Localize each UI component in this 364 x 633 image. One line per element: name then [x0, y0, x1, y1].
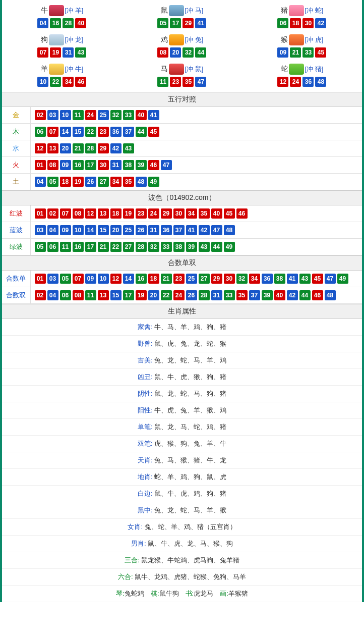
number-chip: 18	[60, 177, 71, 187]
table-row: 火 0108091617303138394647	[2, 157, 362, 174]
zodiac-conflict: [冲 牛]	[65, 65, 84, 74]
number-chip: 22	[85, 127, 96, 137]
number-chip: 35	[183, 77, 194, 87]
number-chip: 45	[224, 208, 235, 219]
number-chip: 46	[312, 290, 323, 300]
heshu-table: 合数单 010305070910121416182123252729303234…	[2, 271, 362, 304]
number-chip: 49	[148, 177, 159, 187]
zodiac-cell: 鼠 [冲 马] 05172941	[122, 2, 242, 31]
number-chip: 26	[136, 225, 147, 235]
number-chip: 05	[47, 177, 58, 187]
attr-row: 白边: 鼠、牛、虎、鸡、狗、猪	[2, 486, 362, 502]
number-chip: 14	[60, 127, 71, 137]
number-chip: 41	[195, 18, 206, 28]
number-chip: 37	[249, 290, 260, 300]
number-chip: 23	[136, 208, 147, 219]
row-label: 木	[2, 124, 30, 140]
number-chip: 11	[157, 77, 168, 87]
zodiac-cell: 猴 [冲 虎] 09213345	[242, 31, 362, 61]
number-chip: 23	[173, 274, 185, 284]
number-chip: 47	[211, 225, 222, 235]
number-chip: 48	[136, 177, 147, 187]
attr-value: 鼠龙猴、牛蛇鸡、虎马狗、兔羊猪	[141, 556, 239, 564]
table-row: 金 02031011242532334041	[2, 107, 362, 124]
attr-row: 男肖: 鼠、牛、虎、龙、马、猴、狗	[2, 536, 362, 552]
number-chip: 42	[315, 18, 326, 28]
number-chip: 06	[60, 290, 71, 300]
number-chip: 11	[73, 110, 84, 120]
attr-row: 女肖: 兔、蛇、羊、鸡、猪（五宫肖）	[2, 519, 362, 536]
number-chip: 40	[75, 18, 86, 28]
number-chip: 46	[236, 208, 248, 219]
number-chip: 31	[63, 47, 74, 58]
zodiac-name: 猪	[281, 6, 288, 15]
number-chip: 12	[85, 208, 96, 219]
number-chip: 18	[148, 274, 159, 284]
number-chip: 12	[35, 143, 46, 153]
number-chip: 09	[277, 47, 288, 58]
number-chip: 19	[123, 208, 134, 219]
number-chip: 29	[211, 274, 222, 284]
number-chip: 18	[110, 208, 122, 219]
number-chip: 09	[85, 274, 96, 284]
zodiac-name: 鸡	[161, 35, 168, 44]
number-chip: 07	[47, 127, 58, 137]
attr-key: 吉美:	[138, 356, 153, 364]
zodiac-conflict: [冲 兔]	[185, 35, 204, 44]
row-label: 火	[2, 157, 30, 174]
attr-row: 六合: 鼠牛、龙鸡、虎猪、蛇猴、兔狗、马羊	[2, 569, 362, 586]
number-chip: 17	[85, 160, 96, 170]
number-chip: 24	[173, 290, 185, 300]
number-chip: 23	[98, 127, 109, 137]
number-chip: 02	[35, 110, 46, 120]
number-chip: 16	[73, 242, 84, 252]
number-chip: 27	[123, 242, 134, 252]
attr-row: 野兽: 鼠、虎、兔、龙、蛇、猴	[2, 336, 362, 352]
number-chip: 17	[85, 242, 96, 252]
number-chip: 19	[73, 177, 84, 187]
number-chip: 30	[224, 274, 235, 284]
number-chip: 34	[63, 77, 74, 87]
zodiac-icon	[289, 34, 304, 45]
number-chip: 44	[195, 47, 206, 58]
number-chip: 20	[170, 47, 181, 58]
number-chip: 11	[60, 242, 71, 252]
number-chip: 26	[186, 290, 197, 300]
number-chip: 10	[98, 274, 109, 284]
number-chip: 21	[290, 47, 301, 58]
table-row: 水 1213202128294243	[2, 140, 362, 157]
number-chip: 22	[50, 77, 61, 87]
number-chip: 22	[161, 290, 172, 300]
number-chip: 48	[224, 225, 235, 235]
table-row: 合数单 010305070910121416182123252729303234…	[2, 271, 362, 287]
number-chip: 06	[35, 127, 46, 137]
number-chip: 21	[73, 143, 84, 153]
zodiac-conflict: [冲 马]	[185, 6, 204, 15]
number-chip: 28	[85, 143, 96, 153]
row-label: 土	[2, 174, 30, 190]
number-chip: 47	[195, 77, 206, 87]
number-chip: 33	[123, 110, 134, 120]
number-chip: 27	[98, 177, 109, 187]
zodiac-conflict: [冲 猪]	[305, 65, 324, 74]
zodiac-icon	[49, 64, 64, 75]
attr-key: 女肖:	[128, 523, 143, 531]
number-chip: 37	[173, 225, 185, 235]
number-chip: 36	[161, 225, 172, 235]
number-chip: 24	[148, 208, 159, 219]
number-chip: 16	[136, 274, 147, 284]
number-chip: 41	[287, 274, 298, 284]
number-chip: 41	[186, 225, 197, 235]
number-chip: 33	[302, 47, 314, 58]
number-chip: 12	[110, 274, 122, 284]
attr-key: 黑中:	[138, 506, 153, 514]
row-label: 水	[2, 140, 30, 157]
number-chip: 15	[98, 225, 109, 235]
table-row: 绿波 05061116172122272832333839434449	[2, 239, 362, 255]
number-chip: 08	[73, 290, 84, 300]
number-chip: 29	[183, 18, 194, 28]
number-chip: 44	[136, 127, 147, 137]
number-chip: 12	[277, 77, 288, 87]
number-chip: 09	[60, 160, 71, 170]
number-chip: 37	[123, 127, 134, 137]
